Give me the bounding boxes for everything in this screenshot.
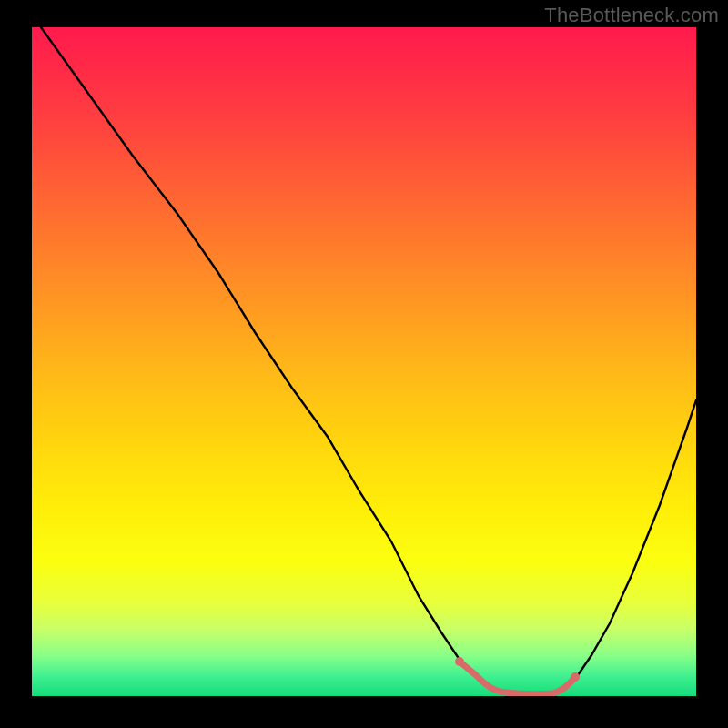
watermark-text: TheBottleneck.com (544, 4, 719, 27)
chart-frame: TheBottleneck.com (0, 0, 728, 728)
curve-path (41, 27, 696, 694)
sweet-spot-dot-right (571, 672, 580, 682)
plot-area (32, 27, 696, 696)
bottleneck-curve (32, 27, 696, 696)
sweet-spot-dot-left (455, 657, 464, 666)
sweet-spot-segment (460, 662, 575, 694)
